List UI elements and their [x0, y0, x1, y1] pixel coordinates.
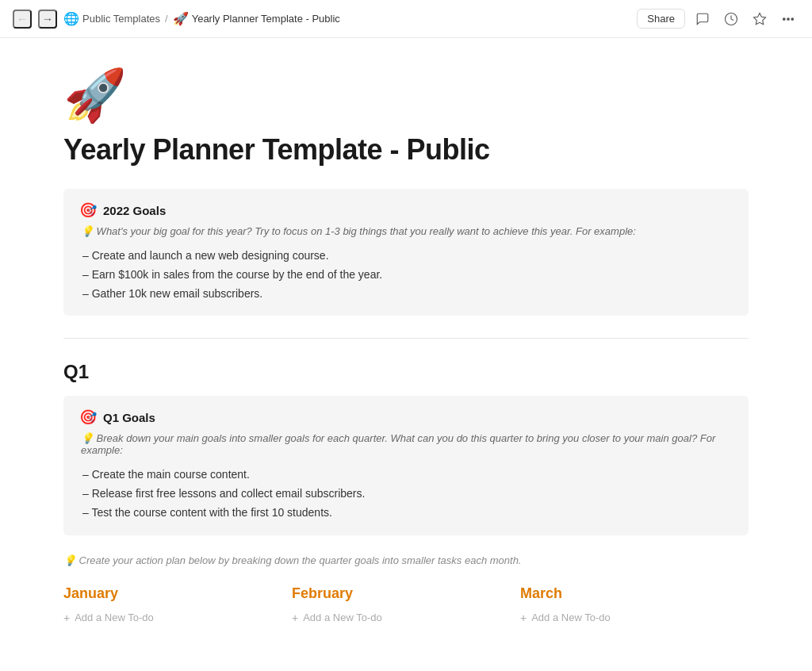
q1-goals-list: – Create the main course content. – Rele… — [79, 466, 733, 522]
nav-left: ← → 🌐 Public Templates / 🚀 Yearly Planne… — [13, 10, 340, 29]
page-emoji: 🚀 — [63, 70, 749, 121]
action-hint: 💡 Create your action plan below by break… — [63, 554, 749, 566]
page-title: Yearly Planner Template - Public — [63, 133, 749, 167]
rocket-breadcrumb-icon: 🚀 — [173, 11, 189, 26]
add-todo-icon: + — [292, 612, 298, 624]
yearly-goals-icon: 🎯 — [79, 201, 97, 219]
february-column: February + Add a New To-do — [292, 585, 520, 624]
q1-goals-title: Q1 Goals — [103, 411, 155, 424]
star-icon — [753, 12, 767, 26]
favorite-button[interactable] — [749, 8, 771, 30]
yearly-goals-title: 2022 Goals — [103, 204, 166, 217]
comment-icon — [695, 12, 710, 26]
history-button[interactable] — [720, 8, 742, 30]
more-options-button[interactable] — [777, 8, 799, 30]
march-add-todo[interactable]: + Add a New To-do — [520, 612, 733, 624]
breadcrumb-separator: / — [165, 13, 168, 25]
february-add-todo[interactable]: + Add a New To-do — [292, 612, 504, 624]
yearly-goals-hint: 💡 What's your big goal for this year? Tr… — [79, 225, 733, 237]
svg-point-4 — [791, 17, 793, 19]
q1-goals-icon: 🎯 — [79, 408, 97, 426]
q1-section-title: Q1 — [63, 361, 749, 383]
add-todo-icon: + — [520, 612, 527, 624]
yearly-goals-header: 🎯 2022 Goals — [79, 201, 733, 219]
march-title: March — [520, 585, 733, 602]
list-item: – Create and launch a new web designing … — [82, 247, 733, 266]
q1-goals-hint: 💡 Break down your main goals into smalle… — [79, 432, 733, 456]
top-navigation: ← → 🌐 Public Templates / 🚀 Yearly Planne… — [0, 0, 812, 38]
february-add-todo-label[interactable]: Add a New To-do — [303, 612, 382, 623]
breadcrumb: 🌐 Public Templates / 🚀 Yearly Planner Te… — [63, 11, 340, 26]
january-add-todo[interactable]: + Add a New To-do — [63, 612, 276, 624]
yearly-goals-list: – Create and launch a new web designing … — [79, 247, 733, 303]
march-column: March + Add a New To-do — [520, 585, 749, 624]
globe-icon: 🌐 — [63, 11, 79, 26]
february-title: February — [292, 585, 504, 602]
share-button[interactable]: Share — [637, 9, 685, 29]
monthly-columns: January + Add a New To-do February + Add… — [63, 585, 749, 624]
yearly-goals-callout: 🎯 2022 Goals 💡 What's your big goal for … — [63, 189, 749, 316]
list-item: – Earn $100k in sales from the course by… — [82, 266, 733, 285]
comment-button[interactable] — [691, 8, 714, 30]
list-item: – Create the main course content. — [82, 466, 733, 485]
list-item: – Release first free lessons and collect… — [82, 485, 733, 504]
nav-right: Share — [637, 8, 799, 30]
january-title: January — [63, 585, 276, 602]
svg-marker-1 — [754, 13, 766, 24]
q1-goals-callout: 🎯 Q1 Goals 💡 Break down your main goals … — [63, 396, 749, 535]
january-column: January + Add a New To-do — [63, 585, 292, 624]
svg-point-3 — [787, 17, 789, 19]
breadcrumb-parent-label[interactable]: Public Templates — [82, 13, 160, 25]
svg-point-2 — [783, 17, 785, 19]
q1-goals-header: 🎯 Q1 Goals — [79, 408, 733, 426]
main-content: 🚀 Yearly Planner Template - Public 🎯 202… — [0, 38, 812, 671]
forward-button[interactable]: → — [38, 10, 57, 29]
breadcrumb-current-item: 🚀 Yearly Planner Template - Public — [173, 11, 340, 26]
back-button[interactable]: ← — [13, 10, 32, 29]
list-item: – Test the course content with the first… — [82, 504, 733, 523]
add-todo-icon: + — [63, 612, 70, 624]
section-divider — [63, 338, 749, 339]
breadcrumb-current-label: Yearly Planner Template - Public — [192, 13, 340, 25]
more-icon — [781, 12, 795, 26]
january-add-todo-label[interactable]: Add a New To-do — [75, 612, 154, 623]
march-add-todo-label[interactable]: Add a New To-do — [531, 612, 611, 623]
clock-icon — [724, 12, 738, 26]
breadcrumb-parent[interactable]: 🌐 Public Templates — [63, 11, 160, 26]
list-item: – Gather 10k new email subscribers. — [82, 285, 733, 304]
